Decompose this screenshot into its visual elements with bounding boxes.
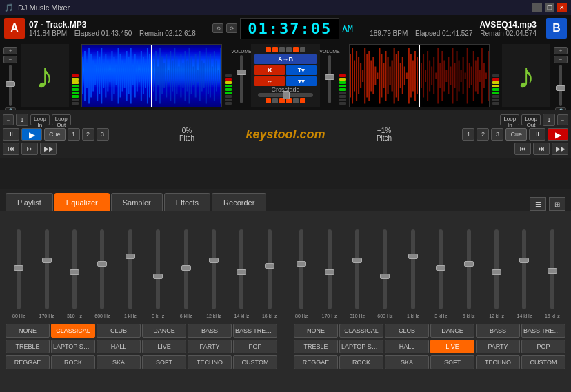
preset-btn-b-custom[interactable]: CUSTOM <box>521 355 565 369</box>
deck-b-cue-1[interactable]: 1 <box>462 128 474 141</box>
preset-btn-a-none[interactable]: NONE <box>6 324 50 338</box>
deck-b-pitch-slider[interactable] <box>556 85 565 91</box>
preset-btn-a-pop[interactable]: POP <box>233 340 277 353</box>
waveform-b[interactable] <box>349 44 490 107</box>
deck-b-play-btn[interactable]: ▶ <box>548 128 568 141</box>
preset-btn-b-reggae[interactable]: REGGAE <box>294 355 338 369</box>
preset-btn-a-techno[interactable]: TECHNO <box>188 355 232 369</box>
preset-btn-a-reggae[interactable]: REGGAE <box>6 355 50 369</box>
deck-a-loop-minus[interactable]: − <box>3 114 14 125</box>
eq-slider-b-2[interactable] <box>344 228 370 311</box>
eq-slider-b-5[interactable] <box>428 228 454 311</box>
deck-a-loop-in[interactable]: LoopIn <box>30 114 50 125</box>
eq-slider-a-9[interactable] <box>257 228 283 311</box>
preset-btn-a-soft[interactable]: SOFT <box>142 355 186 369</box>
preset-btn-a-custom[interactable]: CUSTOM <box>233 355 277 369</box>
tab-sampler[interactable]: Sampler <box>111 193 163 211</box>
preset-btn-a-rock[interactable]: ROCK <box>51 355 95 369</box>
deck-a-fwd-btn[interactable]: ⏭ <box>21 143 38 155</box>
eq-slider-b-6[interactable] <box>455 228 481 311</box>
cross-btn-1[interactable]: ✕ <box>254 65 285 75</box>
preset-btn-b-party[interactable]: PARTY <box>476 340 520 353</box>
preset-btn-b-laptop-spk.[interactable]: LAPTOP SPK. <box>339 340 383 353</box>
tab-playlist[interactable]: Playlist <box>6 193 53 211</box>
preset-btn-a-bass-treble[interactable]: BASS TREBLE <box>233 324 277 338</box>
eq-slider-a-8[interactable] <box>228 228 254 311</box>
deck-a-pause-btn[interactable]: ⏸ <box>3 128 19 141</box>
tab-effects[interactable]: Effects <box>164 193 210 211</box>
preset-btn-a-hall[interactable]: HALL <box>97 340 141 353</box>
deck-a-rwd-btn[interactable]: ⏮ <box>3 143 19 155</box>
preset-btn-b-hall[interactable]: HALL <box>385 340 429 353</box>
waveform-a[interactable] <box>81 44 222 107</box>
eq-slider-b-0[interactable] <box>288 228 314 311</box>
eq-slider-a-4[interactable] <box>117 228 143 311</box>
eq-slider-b-1[interactable] <box>316 228 342 311</box>
preset-btn-b-bass-treble[interactable]: BASS TREBLE <box>521 324 565 338</box>
preset-btn-b-dance[interactable]: DANCE <box>430 324 474 338</box>
preset-btn-b-pop[interactable]: POP <box>521 340 565 353</box>
deck-a-loop-out[interactable]: LoopOut <box>52 114 71 125</box>
ab-arrow-btn[interactable]: A→B <box>254 54 317 64</box>
time-remain-btn[interactable]: ⟳ <box>226 23 237 33</box>
eq-slider-a-1[interactable] <box>33 228 59 311</box>
deck-a-pitch-slider[interactable] <box>6 81 15 87</box>
deck-a-next-btn[interactable]: ▶▶ <box>40 143 57 155</box>
preset-btn-a-club[interactable]: CLUB <box>97 324 141 338</box>
deck-b-next-btn[interactable]: ▶▶ <box>552 143 568 155</box>
deck-a-cue-1[interactable]: 1 <box>68 128 80 141</box>
deck-b-loop-in[interactable]: LoopIn <box>500 114 519 125</box>
preset-btn-a-dance[interactable]: DANCE <box>142 324 186 338</box>
deck-b-cue-3[interactable]: 3 <box>491 128 503 141</box>
eq-slider-b-8[interactable] <box>511 228 537 311</box>
eq-slider-b-7[interactable] <box>483 228 510 311</box>
eq-slider-a-3[interactable] <box>89 228 115 311</box>
deck-b-plus-btn[interactable]: + <box>554 47 568 54</box>
close-button[interactable]: ✕ <box>557 3 567 12</box>
cross-btn-2[interactable]: T▾ <box>286 65 317 75</box>
eq-slider-b-4[interactable] <box>400 228 426 311</box>
preset-btn-b-ska[interactable]: SKA <box>385 355 429 369</box>
preset-btn-b-club[interactable]: CLUB <box>385 324 429 338</box>
eq-slider-b-9[interactable] <box>539 228 565 311</box>
preset-btn-a-laptop-spk.[interactable]: LAPTOP SPK. <box>51 340 95 353</box>
tab-equalizer[interactable]: Equalizer <box>54 193 110 211</box>
deck-b-cue-btn[interactable]: Cue <box>505 128 527 141</box>
preset-btn-a-bass[interactable]: BASS <box>188 324 232 338</box>
preset-btn-a-live[interactable]: LIVE <box>142 340 186 353</box>
preset-btn-b-techno[interactable]: TECHNO <box>476 355 520 369</box>
deck-a-cue-3[interactable]: 3 <box>97 128 109 141</box>
minimize-button[interactable]: — <box>532 3 542 12</box>
deck-b-loop-minus[interactable]: − <box>557 114 568 125</box>
eq-slider-a-0[interactable] <box>6 228 32 311</box>
crossfade-slider[interactable] <box>258 93 313 97</box>
deck-a-cue-btn[interactable]: Cue <box>44 128 66 141</box>
deck-b-cue-2[interactable]: 2 <box>477 128 489 141</box>
deck-a-minus-btn[interactable]: − <box>3 56 17 63</box>
cross-btn-3[interactable]: ↔ <box>254 76 285 86</box>
preset-btn-b-classical[interactable]: CLASSICAL <box>339 324 383 338</box>
preset-btn-a-classical[interactable]: CLASSICAL <box>51 324 95 338</box>
eq-slider-a-7[interactable] <box>201 228 227 311</box>
deck-b-loop-out[interactable]: LoopOut <box>521 114 541 125</box>
deck-b-minus-btn[interactable]: − <box>554 56 568 63</box>
preset-btn-b-treble[interactable]: TREBLE <box>294 340 338 353</box>
deck-a-cue-2[interactable]: 2 <box>82 128 94 141</box>
time-elapsed-btn[interactable]: ⟲ <box>212 23 223 33</box>
deck-b-rwd-btn[interactable]: ⏮ <box>514 143 531 155</box>
deck-b-loop-num[interactable]: 1 <box>543 114 555 126</box>
eq-slider-a-6[interactable] <box>172 228 199 311</box>
volume-slider-b[interactable] <box>328 55 331 103</box>
eq-slider-a-5[interactable] <box>145 228 171 311</box>
list-view-btn[interactable]: ☰ <box>530 197 546 211</box>
cross-btn-4[interactable]: ▾▾ <box>286 76 317 86</box>
volume-slider-a[interactable] <box>240 55 243 103</box>
deck-b-pause-btn[interactable]: ⏸ <box>529 128 545 141</box>
preset-btn-b-none[interactable]: NONE <box>294 324 338 338</box>
preset-btn-b-live[interactable]: LIVE <box>430 340 474 353</box>
preset-btn-b-rock[interactable]: ROCK <box>339 355 383 369</box>
restore-button[interactable]: ❐ <box>545 3 554 12</box>
grid-view-btn[interactable]: ⊞ <box>549 197 565 211</box>
deck-a-play-btn[interactable]: ▶ <box>21 128 42 141</box>
eq-slider-a-2[interactable] <box>61 228 88 311</box>
